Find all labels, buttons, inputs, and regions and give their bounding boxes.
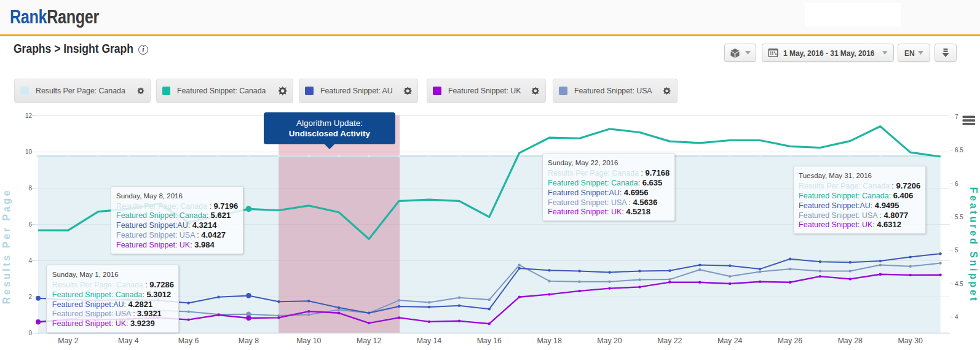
svg-text:May 28: May 28 xyxy=(838,336,863,345)
svg-text:May 10: May 10 xyxy=(296,336,321,345)
svg-text:7: 7 xyxy=(955,114,958,120)
svg-text:4.5: 4.5 xyxy=(955,281,963,287)
svg-text:May 6: May 6 xyxy=(178,336,199,345)
svg-text:6: 6 xyxy=(955,181,958,187)
svg-text:8: 8 xyxy=(28,185,32,192)
svg-text:May 24: May 24 xyxy=(717,336,742,345)
svg-text:2: 2 xyxy=(28,294,32,300)
svg-text:5: 5 xyxy=(955,247,958,254)
svg-text:May 22: May 22 xyxy=(657,336,682,345)
svg-text:6: 6 xyxy=(28,221,32,228)
svg-text:Results Per Page: Results Per Page xyxy=(1,189,12,304)
svg-text:May 14: May 14 xyxy=(417,336,441,345)
svg-text:May 26: May 26 xyxy=(778,336,802,345)
svg-text:6.5: 6.5 xyxy=(955,147,963,154)
svg-text:May 30: May 30 xyxy=(898,336,923,345)
svg-text:4: 4 xyxy=(28,257,32,264)
svg-text:12: 12 xyxy=(25,112,33,119)
svg-text:May 8: May 8 xyxy=(239,336,259,345)
svg-text:May 2: May 2 xyxy=(58,336,79,345)
svg-text:May 20: May 20 xyxy=(597,336,622,345)
svg-text:10: 10 xyxy=(25,149,33,155)
svg-text:May 12: May 12 xyxy=(357,336,381,345)
svg-text:May 16: May 16 xyxy=(477,336,502,345)
svg-text:0: 0 xyxy=(28,330,32,336)
svg-text:May 4: May 4 xyxy=(118,336,139,345)
svg-text:May 18: May 18 xyxy=(537,336,561,345)
svg-text:4: 4 xyxy=(955,314,958,321)
svg-text:Featured Snippet: Featured Snippet xyxy=(968,187,979,303)
svg-text:5.5: 5.5 xyxy=(955,214,963,220)
